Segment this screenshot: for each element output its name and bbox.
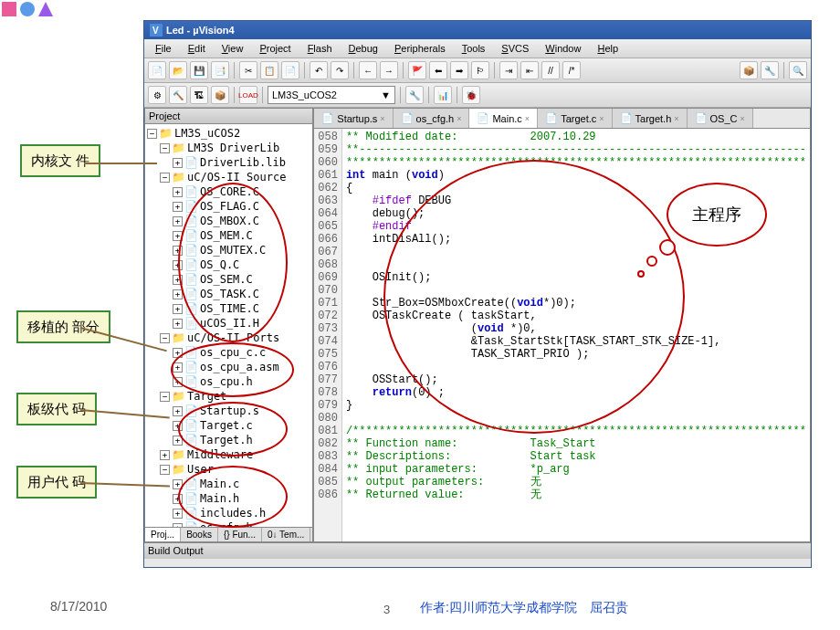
expander-icon[interactable]: −: [160, 173, 170, 183]
menu-edit[interactable]: Edit: [181, 41, 213, 56]
tree-node[interactable]: +📄includes.h: [147, 506, 310, 520]
expander-icon[interactable]: +: [173, 246, 183, 256]
expander-icon[interactable]: +: [173, 275, 183, 285]
tree-node[interactable]: −📁Target: [147, 389, 310, 404]
expander-icon[interactable]: +: [173, 348, 183, 358]
menu-flash[interactable]: Flash: [300, 41, 340, 56]
find-button[interactable]: 🔍: [789, 61, 807, 79]
save-all-button[interactable]: 📑: [211, 61, 229, 79]
file-tab[interactable]: 📄os_cfg.h×: [394, 109, 470, 128]
expander-icon[interactable]: +: [173, 421, 183, 431]
menu-file[interactable]: File: [148, 41, 179, 56]
toolbox2-button[interactable]: 🔧: [761, 61, 779, 79]
open-button[interactable]: 📂: [169, 61, 187, 79]
tree-node[interactable]: +📁Middleware: [147, 447, 310, 462]
expander-icon[interactable]: +: [173, 158, 183, 168]
file-tab[interactable]: 📄Main.c×: [469, 109, 538, 128]
outdent-button[interactable]: ⇤: [520, 61, 539, 79]
bookmark-button[interactable]: 🚩: [408, 61, 426, 79]
tree-node[interactable]: +📄Target.h: [147, 433, 310, 447]
build-output-panel[interactable]: Build Output: [144, 542, 811, 559]
expander-icon[interactable]: +: [173, 216, 183, 226]
menu-help[interactable]: Help: [590, 41, 625, 56]
redo-button[interactable]: ↷: [331, 61, 349, 79]
undo-button[interactable]: ↶: [310, 61, 328, 79]
expander-icon[interactable]: +: [160, 450, 170, 460]
tree-node[interactable]: +📄os_cpu.h: [147, 374, 310, 389]
bookmark-next-button[interactable]: ➡: [450, 61, 468, 79]
paste-button[interactable]: 📄: [281, 61, 299, 79]
menu-view[interactable]: View: [215, 41, 251, 56]
tree-node[interactable]: −📁User: [147, 462, 310, 477]
file-tab[interactable]: 📄Startup.s×: [314, 109, 393, 128]
close-icon[interactable]: ×: [740, 114, 745, 123]
tree-node[interactable]: +📄os_cpu_a.asm: [147, 360, 310, 374]
tree-node[interactable]: +📄OS_MEM.C: [147, 228, 310, 243]
expander-icon[interactable]: +: [173, 494, 183, 504]
tree-node[interactable]: +📄OS_SEM.C: [147, 272, 310, 287]
tree-node[interactable]: +📄OS_MUTEX.C: [147, 243, 310, 257]
menu-window[interactable]: Window: [538, 41, 588, 56]
tree-node[interactable]: +📄OS_TIME.C: [147, 301, 310, 316]
proj-tab[interactable]: Books: [181, 528, 218, 541]
expander-icon[interactable]: +: [173, 319, 183, 329]
close-icon[interactable]: ×: [674, 114, 678, 123]
tree-node[interactable]: +📄os_cpu_c.c: [147, 345, 310, 360]
file-tab[interactable]: 📄OS_C×: [688, 109, 753, 128]
project-tree[interactable]: −📁LM3S_uCOS2−📁LM3S DriverLib+📄DriverLib.…: [145, 124, 312, 527]
proj-tab[interactable]: {} Fun...: [218, 528, 262, 541]
close-icon[interactable]: ×: [457, 114, 461, 123]
comment-button[interactable]: //: [541, 61, 560, 79]
tree-node[interactable]: +📄DriverLib.lib: [147, 155, 310, 170]
rebuild-button[interactable]: 🏗: [190, 86, 208, 104]
file-tabs[interactable]: 📄Startup.s×📄os_cfg.h×📄Main.c×📄Target.c×📄…: [314, 109, 810, 129]
expander-icon[interactable]: +: [173, 377, 183, 387]
expander-icon[interactable]: +: [173, 479, 183, 489]
tree-node[interactable]: −📁uC/OS-II Source: [147, 170, 310, 184]
tree-node[interactable]: +📄OS_TASK.C: [147, 287, 310, 301]
cut-button[interactable]: ✂: [239, 61, 257, 79]
proj-tab[interactable]: Proj...: [145, 528, 181, 541]
download-button[interactable]: LOAD: [239, 86, 257, 104]
tree-node[interactable]: +📄OS_Q.C: [147, 257, 310, 272]
menu-svcs[interactable]: SVCS: [494, 41, 536, 56]
close-icon[interactable]: ×: [525, 114, 530, 123]
tree-node[interactable]: +📄Target.c: [147, 418, 310, 433]
expander-icon[interactable]: −: [160, 392, 170, 402]
menu-tools[interactable]: Tools: [455, 41, 493, 56]
nav-fwd-button[interactable]: →: [380, 61, 398, 79]
menu-debug[interactable]: Debug: [341, 41, 385, 56]
toolbox1-button[interactable]: 📦: [740, 61, 758, 79]
menu-peripherals[interactable]: Peripherals: [387, 41, 453, 56]
tree-node[interactable]: +📄Startup.s: [147, 404, 310, 418]
project-panel-tabs[interactable]: Proj...Books{} Fun...0↓ Tem...: [145, 527, 312, 541]
save-button[interactable]: 💾: [190, 61, 208, 79]
expander-icon[interactable]: +: [173, 231, 183, 241]
build-button[interactable]: 🔨: [169, 86, 187, 104]
expander-icon[interactable]: −: [147, 129, 157, 139]
manage-button[interactable]: 📊: [434, 86, 452, 104]
tree-node[interactable]: −📁uC/OS-II Ports: [147, 331, 310, 345]
expander-icon[interactable]: −: [160, 333, 170, 343]
expander-icon[interactable]: +: [173, 362, 183, 373]
close-icon[interactable]: ×: [599, 114, 604, 123]
expander-icon[interactable]: +: [173, 202, 183, 212]
tree-node[interactable]: +📄OS_MBOX.C: [147, 214, 310, 228]
tree-node[interactable]: −📁LM3S DriverLib: [147, 141, 310, 155]
file-tab[interactable]: 📄Target.h×: [613, 109, 688, 128]
expander-icon[interactable]: −: [160, 143, 170, 153]
expander-icon[interactable]: −: [160, 465, 170, 475]
file-tab[interactable]: 📄Target.c×: [538, 109, 612, 128]
target-selector[interactable]: LM3S_uCOS2 ▼: [268, 86, 395, 104]
uncomment-button[interactable]: /*: [562, 61, 581, 79]
tree-node[interactable]: +📄Main.h: [147, 491, 310, 506]
menu-project[interactable]: Project: [252, 41, 298, 56]
debug-button[interactable]: 🐞: [462, 86, 480, 104]
tree-node[interactable]: −📁LM3S_uCOS2: [147, 126, 310, 141]
expander-icon[interactable]: +: [173, 187, 183, 197]
tree-node[interactable]: +📄uCOS_II.H: [147, 316, 310, 331]
bookmark-clear-button[interactable]: 🏳: [471, 61, 489, 79]
expander-icon[interactable]: +: [173, 509, 183, 519]
translate-button[interactable]: ⚙: [148, 86, 166, 104]
tree-node[interactable]: +📄Main.c: [147, 477, 310, 491]
